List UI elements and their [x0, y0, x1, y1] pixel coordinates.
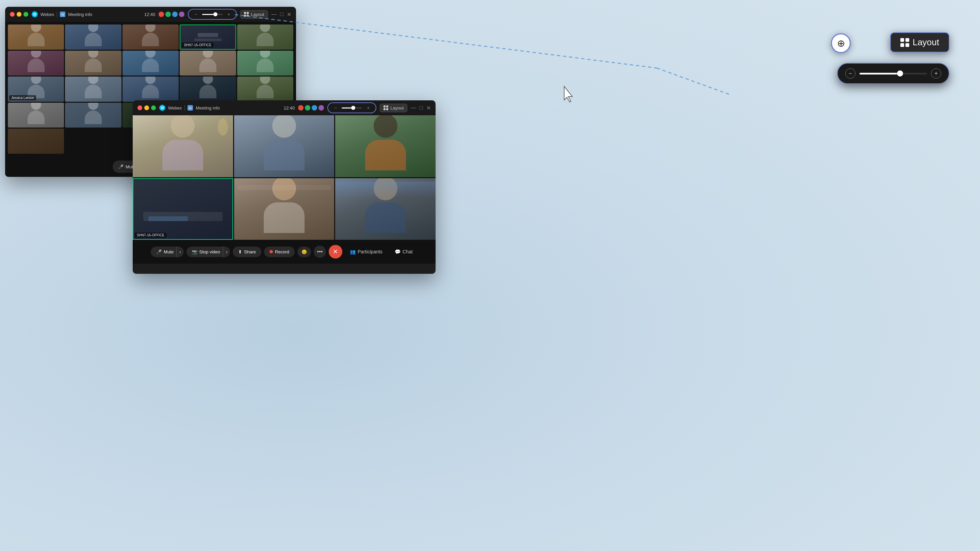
titlebar-large: W Webex M Meeting info 12:40 − [133, 100, 436, 115]
zoom-slider-track-popup[interactable] [859, 73, 927, 75]
more-button-large[interactable]: ••• [314, 246, 326, 258]
chat-icon: 💬 [395, 249, 401, 254]
stop-video-button-large[interactable]: 📷 Stop video [186, 246, 223, 257]
expand-icon-large[interactable]: □ [420, 105, 423, 111]
title-divider-small [57, 11, 57, 17]
video-tile-large-3[interactable] [335, 115, 436, 177]
app-name-large: Webex [168, 105, 182, 111]
video-tile-9[interactable] [180, 51, 236, 76]
window-large: W Webex M Meeting info 12:40 − [133, 100, 436, 274]
status-dot-red-large [298, 105, 304, 111]
video-tile-2[interactable] [65, 24, 121, 50]
share-label: Share [244, 249, 256, 254]
maximize-button-small[interactable] [24, 12, 28, 17]
end-call-button[interactable]: ✕ [329, 245, 342, 259]
video-tile-large-5[interactable] [234, 178, 334, 240]
minimize-icon-small[interactable]: — [271, 11, 277, 17]
video-tile-large-4-active[interactable]: SHN7-16-OFFICE [133, 178, 233, 240]
video-tile-11[interactable]: Jessica Larson [8, 76, 64, 102]
zoom-plus-large[interactable]: + [365, 105, 372, 111]
video-tile-21[interactable] [8, 129, 64, 154]
svg-rect-20 [900, 43, 904, 47]
titlebar-right-large: 12:40 − + [284, 102, 431, 113]
layout-button-small[interactable]: Layout [240, 10, 268, 19]
mute-group-large: 🎤 Mute › [151, 246, 183, 257]
video-tile-15[interactable] [237, 76, 293, 102]
reaction-button-large[interactable]: 😊 [298, 246, 311, 257]
record-button-large[interactable]: Record [264, 246, 295, 257]
more-icon: ••• [317, 249, 323, 255]
video-tile-large-2[interactable] [234, 115, 334, 177]
close-button-large[interactable] [137, 105, 142, 110]
video-tile-1[interactable] [8, 24, 64, 50]
status-indicators-large [298, 105, 324, 111]
video-tile-7[interactable] [65, 51, 121, 76]
video-tile-large-6[interactable] [335, 178, 436, 240]
svg-text:M: M [61, 13, 64, 16]
zoom-control-small[interactable]: − + [188, 9, 237, 20]
video-content-large: SHN7-16-OFFICE [133, 115, 436, 274]
status-dot-blue-large [312, 105, 317, 111]
zoom-plus-popup[interactable]: + [931, 68, 941, 79]
share-button-large[interactable]: ⬆ Share [233, 246, 261, 257]
layout-button-large[interactable]: Layout [380, 104, 407, 112]
zoom-expand-button[interactable]: ⊕ [831, 33, 851, 53]
zoom-minus-icon: − [849, 70, 853, 77]
video-tile-large-1[interactable] [133, 115, 233, 177]
chat-button-large[interactable]: 💬 Chat [390, 246, 417, 257]
zoom-thumb-large [351, 106, 355, 110]
svg-text:M: M [189, 106, 192, 110]
video-tile-5[interactable] [237, 24, 293, 50]
svg-rect-17 [386, 108, 388, 110]
video-tile-17[interactable] [65, 103, 121, 128]
video-tile-3[interactable] [123, 24, 179, 50]
close-icon-small[interactable]: ✕ [287, 11, 291, 18]
close-icon-large[interactable]: ✕ [426, 105, 431, 111]
zoom-popup[interactable]: − + [837, 63, 950, 84]
video-tile-16[interactable] [8, 103, 64, 128]
minimize-button-small[interactable] [17, 12, 21, 17]
expand-icon-small[interactable]: □ [280, 11, 283, 17]
tile-office-label-large: SHN7-16-OFFICE [137, 233, 164, 237]
svg-rect-21 [905, 43, 909, 47]
zoom-minus-popup[interactable]: − [845, 68, 856, 79]
layout-button-standalone[interactable]: Layout [890, 32, 950, 52]
webex-logo-small: W [32, 11, 38, 17]
zoom-control-large[interactable]: − + [327, 102, 376, 113]
zoom-plus-small[interactable]: + [225, 11, 232, 18]
zoom-minus-large[interactable]: − [332, 105, 339, 111]
video-tile-12[interactable] [65, 76, 121, 102]
zoom-track-large[interactable] [342, 108, 362, 108]
video-tile-14[interactable] [180, 76, 236, 102]
meeting-title-small: Meeting info [68, 12, 92, 17]
video-tile-8[interactable] [123, 51, 179, 76]
mute-arrow-large[interactable]: › [176, 246, 183, 257]
svg-rect-16 [383, 108, 385, 110]
video-tile-4-active[interactable]: SHN7-16-OFFICE [180, 24, 236, 50]
zoom-minus-small[interactable]: − [192, 11, 199, 18]
minimize-icon-large[interactable]: — [411, 105, 416, 111]
status-dot-purple-large [318, 105, 324, 111]
zoom-thumb-small [213, 12, 218, 16]
video-tile-10[interactable] [237, 51, 293, 76]
zoom-slider-thumb-popup [897, 70, 903, 76]
webex-logo-large: W [159, 105, 165, 111]
video-tile-13[interactable] [123, 76, 179, 102]
toolbar-large: 🎤 Mute › 📷 Stop video › ⬆ Share [133, 240, 436, 264]
minimize-button-large[interactable] [144, 105, 149, 110]
mute-icon-small: 🎤 [118, 164, 124, 169]
zoom-track-small[interactable] [202, 14, 223, 15]
maximize-button-large[interactable] [151, 105, 156, 110]
window-controls-small [10, 12, 28, 17]
zoom-slider-fill-popup [859, 73, 900, 75]
share-icon: ⬆ [238, 249, 242, 254]
reaction-icon: 😊 [301, 249, 307, 254]
close-button-small[interactable] [10, 12, 14, 17]
mute-button-large[interactable]: 🎤 Mute [151, 246, 176, 257]
participants-button-large[interactable]: 👥 Participants [345, 246, 387, 257]
stop-video-arrow-large[interactable]: › [223, 246, 230, 257]
status-indicators-small [159, 11, 185, 17]
meeting-icon-large: M [188, 105, 193, 111]
video-tile-6[interactable] [8, 51, 64, 76]
end-call-icon: ✕ [333, 248, 338, 256]
